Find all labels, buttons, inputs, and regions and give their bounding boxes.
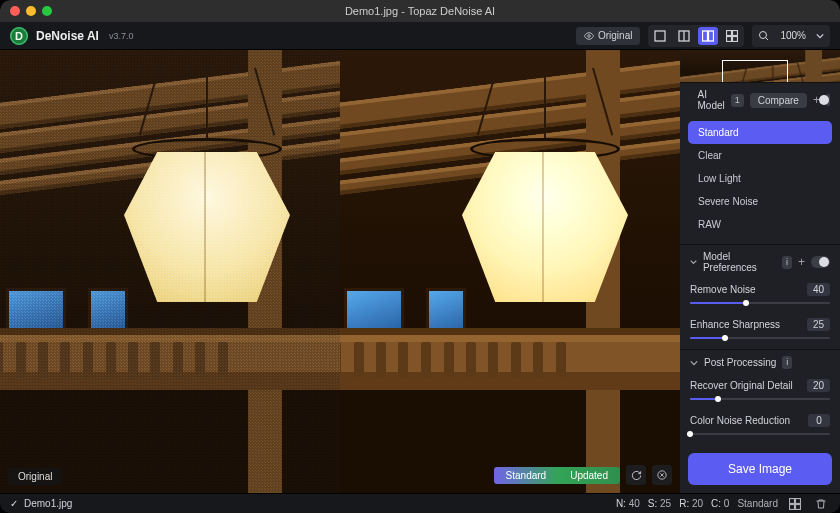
svg-rect-1 (655, 31, 665, 41)
zoom-dropdown-button[interactable] (812, 27, 828, 45)
remove-noise-slider[interactable] (690, 300, 830, 306)
remove-noise-label: Remove Noise (690, 284, 756, 295)
model-item-low-light[interactable]: Low Light (688, 167, 832, 190)
minimize-window-button[interactable] (26, 6, 36, 16)
footer-grid-button[interactable] (786, 496, 804, 512)
app-version: v3.7.0 (109, 31, 134, 41)
model-prefs-add-button[interactable]: + (798, 255, 805, 269)
color-noise-slider[interactable] (690, 431, 830, 437)
chevron-down-icon (690, 96, 691, 104)
split-view-icon (678, 30, 690, 42)
zoom-out-button[interactable] (754, 27, 774, 45)
footer-sharpness-readout: S: 25 (648, 498, 671, 509)
app-header: D DeNoise AI v3.7.0 Original 100% (0, 22, 840, 50)
recover-detail-slider-row: Recover Original Detail 20 (680, 375, 840, 410)
svg-rect-4 (703, 31, 708, 41)
footer-model-readout: Standard (737, 498, 778, 509)
close-icon (657, 470, 667, 480)
post-processing-title: Post Processing (704, 357, 776, 368)
recover-detail-value[interactable]: 20 (807, 379, 830, 392)
svg-rect-9 (733, 36, 738, 41)
enhance-sharpness-slider-row: Enhance Sharpness 25 (680, 314, 840, 349)
grid-icon (789, 498, 801, 510)
color-noise-label: Color Noise Reduction (690, 415, 790, 426)
zoom-group: 100% (752, 25, 830, 47)
model-item-clear[interactable]: Clear (688, 144, 832, 167)
view-single-button[interactable] (650, 27, 670, 45)
chevron-down-icon (690, 258, 697, 266)
fullscreen-window-button[interactable] (42, 6, 52, 16)
ai-model-section-header[interactable]: AI Model 1 Compare + (680, 82, 840, 117)
svg-rect-18 (796, 504, 801, 509)
enhance-sharpness-slider[interactable] (690, 335, 830, 341)
zoom-level: 100% (778, 30, 808, 41)
refresh-icon (631, 470, 642, 481)
app-name: DeNoise AI (36, 29, 99, 43)
eye-icon (584, 31, 594, 41)
model-item-raw[interactable]: RAW (688, 213, 832, 236)
chevron-down-icon (690, 359, 698, 367)
overlay-refresh-button[interactable] (626, 465, 646, 485)
svg-point-10 (760, 31, 767, 38)
chevron-down-icon (816, 32, 824, 40)
model-item-standard[interactable]: Standard (688, 121, 832, 144)
show-original-label: Original (598, 30, 632, 41)
original-pane (0, 50, 340, 493)
app-logo-icon: D (10, 27, 28, 45)
recover-detail-label: Recover Original Detail (690, 380, 793, 391)
side-by-side-icon (702, 30, 714, 42)
svg-point-0 (588, 34, 591, 37)
view-mode-group (648, 25, 744, 47)
svg-rect-17 (790, 504, 795, 509)
right-sidebar: AI Model 1 Compare + Standard Clear Low … (680, 50, 840, 493)
svg-rect-8 (727, 36, 732, 41)
view-side-by-side-button[interactable] (698, 27, 718, 45)
remove-noise-slider-row: Remove Noise 40 (680, 279, 840, 314)
svg-rect-5 (709, 31, 714, 41)
view-grid-button[interactable] (722, 27, 742, 45)
macos-titlebar: Demo1.jpg - Topaz DeNoise AI (0, 0, 840, 22)
grid-view-icon (726, 30, 738, 42)
close-window-button[interactable] (10, 6, 20, 16)
footer-noise-readout: N: 40 (616, 498, 640, 509)
recover-detail-slider[interactable] (690, 396, 830, 402)
model-prefs-toggle[interactable] (811, 256, 830, 268)
result-split-badge: Standard Updated (494, 467, 620, 484)
show-original-button[interactable]: Original (576, 27, 640, 45)
ai-model-list: Standard Clear Low Light Severe Noise RA… (680, 117, 840, 244)
trash-icon (815, 498, 827, 510)
processed-pane (340, 50, 680, 493)
overlay-close-button[interactable] (652, 465, 672, 485)
model-prefs-info-badge: i (782, 256, 792, 269)
ai-model-title: AI Model (697, 89, 724, 111)
enhance-sharpness-value[interactable]: 25 (807, 318, 830, 331)
footer-filename[interactable]: Demo1.jpg (24, 498, 72, 509)
footer-recover-readout: R: 20 (679, 498, 703, 509)
model-prefs-title: Model Preferences (703, 251, 776, 273)
original-badge: Original (8, 468, 62, 485)
file-check-icon: ✓ (10, 498, 18, 509)
svg-rect-16 (796, 498, 801, 503)
magnifier-icon (758, 30, 770, 42)
color-noise-slider-row: Color Noise Reduction 0 (680, 410, 840, 445)
navigator-thumbnail[interactable] (680, 50, 840, 82)
ai-model-count-badge: 1 (731, 94, 744, 107)
compare-button[interactable]: Compare (750, 93, 807, 108)
footer-color-readout: C: 0 (711, 498, 729, 509)
ai-model-toggle[interactable] (826, 94, 830, 106)
enhance-sharpness-label: Enhance Sharpness (690, 319, 780, 330)
save-image-button[interactable]: Save Image (688, 453, 832, 485)
footer-bar: ✓ Demo1.jpg N: 40 S: 25 R: 20 C: 0 Stand… (0, 493, 840, 513)
window-title: Demo1.jpg - Topaz DeNoise AI (0, 5, 840, 17)
view-split-button[interactable] (674, 27, 694, 45)
navigator-viewport-rect[interactable] (722, 60, 788, 82)
color-noise-value[interactable]: 0 (808, 414, 830, 427)
model-item-severe-noise[interactable]: Severe Noise (688, 190, 832, 213)
image-viewer[interactable]: Original Standard Updated (0, 50, 680, 493)
footer-delete-button[interactable] (812, 496, 830, 512)
post-processing-info-badge: i (782, 356, 792, 369)
post-processing-section-header[interactable]: Post Processing i (680, 349, 840, 375)
remove-noise-value[interactable]: 40 (807, 283, 830, 296)
model-prefs-section-header[interactable]: Model Preferences i + (680, 244, 840, 279)
svg-rect-6 (727, 30, 732, 35)
